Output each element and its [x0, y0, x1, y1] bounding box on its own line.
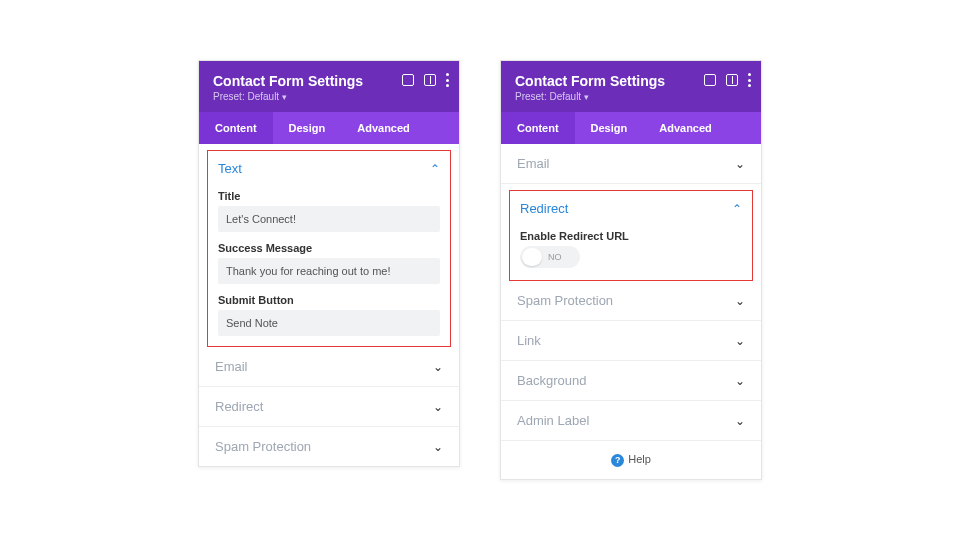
expand-icon[interactable] [402, 74, 414, 86]
settings-panel-left: Contact Form Settings Preset: Default Co… [198, 60, 460, 467]
chevron-up-icon: ⌃ [430, 162, 440, 176]
section-redirect-content: Enable Redirect URL NO [510, 230, 752, 280]
section-background-header[interactable]: Background ⌄ [501, 361, 761, 400]
chevron-down-icon: ⌄ [433, 440, 443, 454]
section-spam: Spam Protection ⌄ [199, 427, 459, 466]
field-success-message: Success Message [218, 242, 440, 284]
section-spam: Spam Protection ⌄ [501, 281, 761, 321]
section-redirect-header[interactable]: Redirect ⌄ [199, 387, 459, 426]
section-redirect-title: Redirect [215, 399, 263, 414]
preset-dropdown[interactable]: Preset: Default [213, 91, 445, 102]
help-label: Help [628, 453, 651, 465]
more-menu-icon[interactable] [748, 73, 751, 87]
section-link: Link ⌄ [501, 321, 761, 361]
section-redirect-header[interactable]: Redirect ⌃ [510, 191, 752, 220]
toggle-knob [522, 248, 542, 266]
chevron-down-icon: ⌄ [735, 414, 745, 428]
field-title-input[interactable] [218, 206, 440, 232]
chevron-down-icon: ⌄ [433, 360, 443, 374]
tab-advanced[interactable]: Advanced [341, 112, 426, 144]
expand-icon[interactable] [704, 74, 716, 86]
section-link-title: Link [517, 333, 541, 348]
section-redirect: Redirect ⌄ [199, 387, 459, 427]
panel-body: Text ⌃ Title Success Message Submit Butt… [199, 144, 459, 466]
field-success-label: Success Message [218, 242, 440, 254]
section-spam-title: Spam Protection [517, 293, 613, 308]
field-enable-redirect: Enable Redirect URL NO [520, 230, 742, 270]
tab-design[interactable]: Design [575, 112, 644, 144]
section-email-title: Email [517, 156, 550, 171]
field-title: Title [218, 190, 440, 232]
tab-advanced[interactable]: Advanced [643, 112, 728, 144]
panel-body: Email ⌄ Redirect ⌃ Enable Redirect URL N… [501, 144, 761, 479]
field-success-input[interactable] [218, 258, 440, 284]
chevron-down-icon: ⌄ [735, 334, 745, 348]
tab-bar: Content Design Advanced [199, 112, 459, 144]
chevron-down-icon: ⌄ [433, 400, 443, 414]
section-background: Background ⌄ [501, 361, 761, 401]
section-text: Text ⌃ Title Success Message Submit Butt… [207, 150, 451, 347]
field-enable-redirect-label: Enable Redirect URL [520, 230, 742, 242]
chevron-up-icon: ⌃ [732, 202, 742, 216]
help-icon: ? [611, 454, 624, 467]
section-email-header[interactable]: Email ⌄ [199, 347, 459, 386]
field-submit-input[interactable] [218, 310, 440, 336]
chevron-down-icon: ⌄ [735, 374, 745, 388]
tab-content[interactable]: Content [199, 112, 273, 144]
section-spam-header[interactable]: Spam Protection ⌄ [501, 281, 761, 320]
section-background-title: Background [517, 373, 586, 388]
more-menu-icon[interactable] [446, 73, 449, 87]
chevron-down-icon: ⌄ [735, 157, 745, 171]
split-view-icon[interactable] [726, 74, 738, 86]
split-view-icon[interactable] [424, 74, 436, 86]
section-link-header[interactable]: Link ⌄ [501, 321, 761, 360]
section-spam-header[interactable]: Spam Protection ⌄ [199, 427, 459, 466]
section-admin-label-header[interactable]: Admin Label ⌄ [501, 401, 761, 440]
redirect-toggle[interactable]: NO [520, 246, 580, 268]
field-submit-button: Submit Button [218, 294, 440, 336]
section-text-title: Text [218, 161, 242, 176]
section-email-title: Email [215, 359, 248, 374]
tab-bar: Content Design Advanced [501, 112, 761, 144]
section-redirect: Redirect ⌃ Enable Redirect URL NO [509, 190, 753, 281]
panel-header: Contact Form Settings Preset: Default [501, 61, 761, 112]
section-admin-label-title: Admin Label [517, 413, 589, 428]
panel-header: Contact Form Settings Preset: Default [199, 61, 459, 112]
tab-design[interactable]: Design [273, 112, 342, 144]
help-link[interactable]: ?Help [501, 441, 761, 479]
section-text-content: Title Success Message Submit Button [208, 190, 450, 346]
tab-content[interactable]: Content [501, 112, 575, 144]
section-spam-title: Spam Protection [215, 439, 311, 454]
section-email: Email ⌄ [501, 144, 761, 184]
section-admin-label: Admin Label ⌄ [501, 401, 761, 441]
header-icon-group [704, 73, 751, 87]
section-text-header[interactable]: Text ⌃ [208, 151, 450, 180]
settings-panel-right: Contact Form Settings Preset: Default Co… [500, 60, 762, 480]
field-submit-label: Submit Button [218, 294, 440, 306]
header-icon-group [402, 73, 449, 87]
section-email: Email ⌄ [199, 347, 459, 387]
field-title-label: Title [218, 190, 440, 202]
toggle-value: NO [548, 252, 562, 262]
section-redirect-title: Redirect [520, 201, 568, 216]
preset-dropdown[interactable]: Preset: Default [515, 91, 747, 102]
chevron-down-icon: ⌄ [735, 294, 745, 308]
section-email-header[interactable]: Email ⌄ [501, 144, 761, 183]
